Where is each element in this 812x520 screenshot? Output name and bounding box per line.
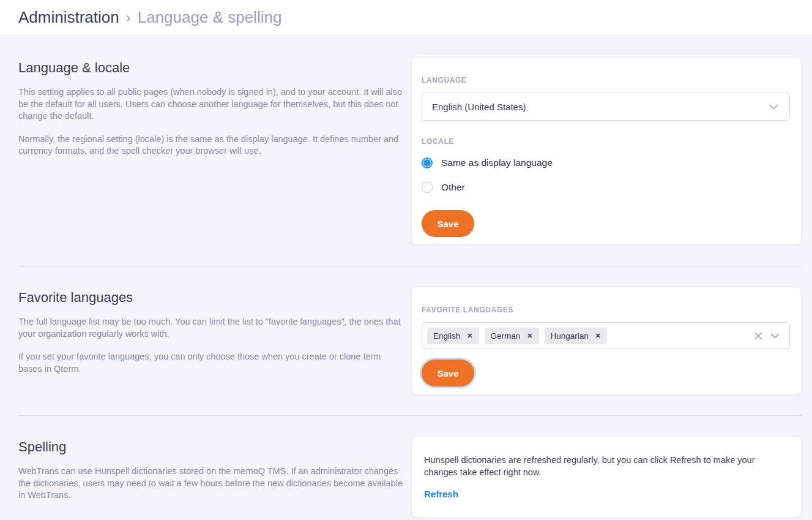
language-select-value: English (United States) <box>432 102 526 112</box>
locale-field-label: LOCALE <box>422 137 790 146</box>
language-locale-paragraph-2: Normally, the regional setting (locale) … <box>18 134 405 157</box>
radio-other-locale[interactable]: Other <box>422 182 790 193</box>
remove-tag-icon[interactable]: ✕ <box>527 333 532 339</box>
multiselect-controls <box>754 331 780 341</box>
section-language-locale: Language & locale This setting applies t… <box>18 57 802 245</box>
favorite-languages-multiselect[interactable]: English ✕ German ✕ Hungarian ✕ <box>422 322 790 349</box>
language-select[interactable]: English (United States) <box>422 92 790 121</box>
tag-english-label: English <box>433 331 460 341</box>
spelling-card-text: Hunspell dictionaries are refreshed regu… <box>424 454 789 478</box>
tag-hungarian: Hungarian ✕ <box>545 328 608 344</box>
favorite-languages-card: FAVORITE LANGUAGES English ✕ German ✕ Hu… <box>411 287 802 395</box>
main-content: Language & locale This setting applies t… <box>0 36 812 518</box>
tag-hungarian-label: Hungarian <box>551 331 589 341</box>
radio-selected-icon <box>422 157 433 168</box>
chevron-down-icon[interactable] <box>770 333 780 339</box>
remove-tag-icon[interactable]: ✕ <box>595 333 601 339</box>
save-language-locale-button[interactable]: Save <box>422 210 474 237</box>
section-title-favorite-languages: Favorite languages <box>18 290 405 306</box>
tag-german: German ✕ <box>485 328 539 344</box>
section-spelling: Spelling WebTrans can use Hunspell dicti… <box>18 436 802 518</box>
section-favorite-languages-description: Favorite languages The full language lis… <box>18 287 405 395</box>
language-locale-paragraph-1: This setting applies to all public pages… <box>18 86 405 122</box>
radio-label-same-as-display: Same as display language <box>441 157 553 168</box>
section-spelling-description: Spelling WebTrans can use Hunspell dicti… <box>18 436 405 518</box>
favorite-languages-paragraph-1: The full language list may be too much. … <box>18 316 405 340</box>
favorite-languages-paragraph-2: If you set your favorite languages, you … <box>18 351 405 375</box>
section-divider <box>18 415 802 416</box>
spelling-paragraph-1: WebTrans can use Hunspell dictionaries s… <box>18 465 405 502</box>
section-divider <box>18 266 802 267</box>
section-title-spelling: Spelling <box>18 439 405 455</box>
section-language-locale-description: Language & locale This setting applies t… <box>18 57 405 245</box>
radio-unselected-icon <box>422 182 433 193</box>
language-locale-card: LANGUAGE English (United States) LOCALE … <box>411 57 802 245</box>
page-header: Administration › Language & spelling <box>0 0 812 36</box>
section-favorite-languages: Favorite languages The full language lis… <box>18 287 802 395</box>
tag-german-label: German <box>491 331 521 341</box>
language-field-label: LANGUAGE <box>422 76 790 85</box>
tag-english: English ✕ <box>427 328 479 344</box>
section-title-language-locale: Language & locale <box>18 60 405 76</box>
remove-tag-icon[interactable]: ✕ <box>467 333 472 339</box>
save-favorite-languages-button[interactable]: Save <box>422 360 474 386</box>
radio-label-other: Other <box>441 182 465 193</box>
breadcrumb-separator: › <box>126 9 131 26</box>
chevron-down-icon <box>769 104 778 110</box>
breadcrumb-current-page: Language & spelling <box>138 8 282 27</box>
clear-all-icon[interactable] <box>754 331 763 341</box>
favorite-languages-field-label: FAVORITE LANGUAGES <box>422 306 790 314</box>
radio-same-as-display-language[interactable]: Same as display language <box>422 157 790 168</box>
breadcrumb: Administration › Language & spelling <box>18 8 281 27</box>
spelling-card: Hunspell dictionaries are refreshed regu… <box>411 436 802 518</box>
refresh-link[interactable]: Refresh <box>424 489 458 499</box>
breadcrumb-administration[interactable]: Administration <box>18 8 119 27</box>
